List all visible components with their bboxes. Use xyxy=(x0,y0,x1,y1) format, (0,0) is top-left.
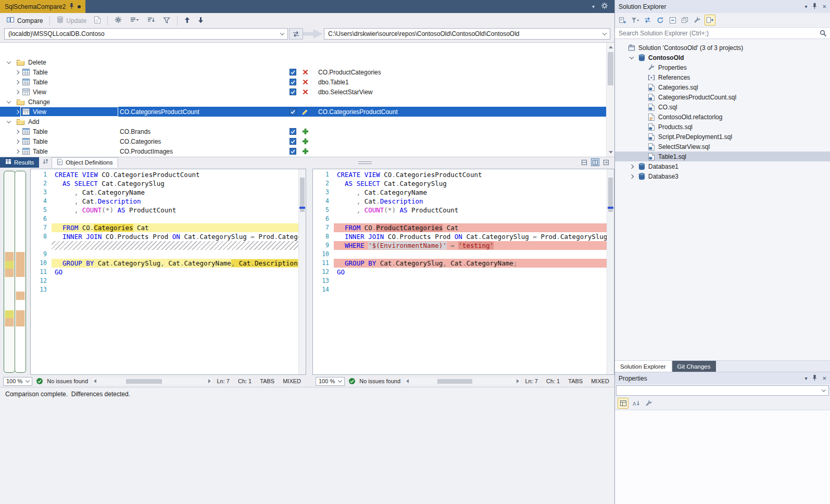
sort-alphabetical-icon[interactable]: A xyxy=(631,398,642,409)
pin-icon[interactable] xyxy=(812,3,817,11)
compare-button[interactable]: Compare xyxy=(3,15,46,27)
tabs-indicator[interactable]: TABS xyxy=(260,378,274,384)
solution-tree[interactable]: Solution 'ContosoOld' (3 of 3 projects)C… xyxy=(615,39,830,360)
solution-explorer-header[interactable]: Solution Explorer ▾ × xyxy=(615,0,830,13)
chevron-down-icon[interactable] xyxy=(628,56,635,59)
chevron-right-icon[interactable] xyxy=(14,140,21,143)
group-row-delete[interactable]: Delete xyxy=(0,57,606,67)
pane-splitter[interactable] xyxy=(306,169,312,376)
preview-selected-items-icon[interactable] xyxy=(705,15,715,26)
include-checkbox[interactable] xyxy=(290,79,296,85)
tree-item-contosoold[interactable]: ContosoOld xyxy=(615,53,830,62)
schema-object-row-dbo-table1[interactable]: Tabledbo.Table1 xyxy=(0,77,606,87)
chevron-down-icon[interactable]: ▾ xyxy=(804,4,807,9)
filter-icon[interactable] xyxy=(630,15,640,26)
target-horizontal-scrollbar[interactable] xyxy=(405,378,521,385)
sort-results-button[interactable] xyxy=(39,157,52,168)
properties-icon[interactable] xyxy=(644,398,655,409)
switch-source-target-button[interactable] xyxy=(289,28,303,40)
schema-object-row-co-productcategories[interactable]: TableCO.ProductCategories xyxy=(0,67,606,77)
zoom-combo[interactable]: 100 % xyxy=(316,377,345,386)
tree-item-contosoold-refactorlog[interactable]: ContosoOld.refactorlog xyxy=(615,112,830,122)
chevron-right-icon[interactable] xyxy=(14,150,21,153)
include-checkbox[interactable] xyxy=(290,148,296,155)
chevron-right-icon[interactable] xyxy=(14,81,21,84)
next-difference-button[interactable] xyxy=(195,15,207,27)
tab-object-definitions[interactable]: Object Definitions xyxy=(52,157,118,168)
categorized-icon[interactable] xyxy=(618,398,628,409)
close-icon[interactable]: × xyxy=(822,374,826,382)
include-checkbox[interactable] xyxy=(290,138,296,145)
include-checkbox[interactable] xyxy=(290,89,296,95)
include-checkbox[interactable] xyxy=(290,108,296,115)
target-pane-scrollbar[interactable] xyxy=(607,169,614,374)
chevron-right-icon[interactable] xyxy=(14,130,21,133)
grid-scrollbar[interactable] xyxy=(606,43,614,157)
tree-item-properties[interactable]: Properties xyxy=(615,62,830,72)
chevron-down-icon[interactable] xyxy=(5,100,12,104)
generate-script-button[interactable] xyxy=(91,15,104,27)
tree-item-script-predeployment1-sql[interactable]: Script.PreDeployment1.sql xyxy=(615,132,830,142)
tab-results[interactable]: Results xyxy=(0,157,39,168)
tree-item-table1-sql[interactable]: Table1.sql xyxy=(615,152,830,161)
schema-object-row-co-productimages[interactable]: TableCO.ProductImages xyxy=(0,146,606,156)
source-definition-pane[interactable]: 1CREATE VIEW CO.CategoriesProductCount2 … xyxy=(30,169,306,375)
diff-overview-map[interactable] xyxy=(0,169,30,376)
encoding-indicator[interactable]: MIXED xyxy=(283,378,301,384)
include-checkbox[interactable] xyxy=(290,69,296,75)
switch-views-icon[interactable] xyxy=(642,15,653,26)
tree-item-database3[interactable]: Database3 xyxy=(615,171,830,181)
sort-button[interactable] xyxy=(144,15,158,27)
tree-item-selectstarview-sql[interactable]: SelectStarView.sql xyxy=(615,142,830,152)
group-row-change[interactable]: Change xyxy=(0,97,606,107)
schema-object-row-co-categoriesproductcount[interactable]: ViewCO.CategoriesProductCountCO.Categori… xyxy=(0,107,606,117)
close-icon[interactable]: × xyxy=(822,3,826,10)
chevron-down-icon[interactable] xyxy=(5,61,12,64)
previous-difference-button[interactable] xyxy=(181,15,193,27)
chevron-down-icon[interactable] xyxy=(5,120,12,123)
group-row-add[interactable]: Add xyxy=(0,117,606,127)
schema-object-row-co-categories[interactable]: TableCO.Categories xyxy=(0,136,606,146)
sync-with-active-document-icon[interactable] xyxy=(617,15,628,26)
refresh-icon[interactable] xyxy=(655,15,665,26)
encoding-indicator[interactable]: MIXED xyxy=(591,378,609,384)
tab-solution-explorer[interactable]: Solution Explorer xyxy=(615,361,671,372)
splitter-grip[interactable] xyxy=(358,161,372,164)
chevron-down-icon[interactable]: ▾ xyxy=(804,375,807,381)
tree-item-categories-sql[interactable]: Categories.sql xyxy=(615,82,830,92)
tree-item-solution-contosoold-3-of-3-projects[interactable]: Solution 'ContosoOld' (3 of 3 projects) xyxy=(615,43,830,53)
window-options-gear-icon[interactable] xyxy=(601,2,608,11)
pin-icon[interactable] xyxy=(812,374,817,383)
chevron-right-icon[interactable] xyxy=(14,71,21,74)
properties-object-combo[interactable] xyxy=(616,385,829,396)
scrollbar-thumb[interactable] xyxy=(608,52,613,85)
tree-item-database1[interactable]: Database1 xyxy=(615,161,830,171)
schema-object-row-co-brands[interactable]: TableCO.Brands xyxy=(0,127,606,136)
tabs-indicator[interactable]: TABS xyxy=(568,378,583,384)
zoom-combo[interactable]: 100 % xyxy=(3,377,32,386)
swap-panes-icon[interactable] xyxy=(602,158,610,166)
options-button[interactable] xyxy=(111,15,125,27)
schema-object-row-dbo-selectstarview[interactable]: Viewdbo.SelectStarView xyxy=(0,87,606,97)
filter-button[interactable] xyxy=(160,15,173,27)
document-tab-sqlschemacompare[interactable]: SqlSchemaCompare2 xyxy=(0,0,85,13)
source-connection-combo[interactable]: (localdb)\MSSQLLocalDB.Contoso xyxy=(4,28,288,40)
tree-item-co-sql[interactable]: CO.sql xyxy=(615,102,830,112)
source-pane-scrollbar[interactable] xyxy=(298,169,306,374)
search-input[interactable] xyxy=(615,28,830,39)
comparison-result-grid[interactable]: DeleteTableCO.ProductCategoriesTabledbo.… xyxy=(0,42,614,157)
target-definition-pane[interactable]: 1CREATE VIEW CO.CategoriesProductCount2 … xyxy=(312,169,614,375)
chevron-right-icon[interactable] xyxy=(628,175,635,178)
display-options-button[interactable] xyxy=(127,15,142,27)
update-button[interactable]: Update xyxy=(54,15,90,27)
search-icon[interactable] xyxy=(820,30,827,39)
pin-icon[interactable] xyxy=(69,3,74,11)
source-horizontal-scrollbar[interactable] xyxy=(92,378,212,385)
scroll-down-icon[interactable] xyxy=(609,151,613,154)
tree-item-products-sql[interactable]: Products.sql xyxy=(615,122,830,132)
show-all-files-icon[interactable] xyxy=(680,15,690,26)
target-connection-combo[interactable]: C:\Users\drskwier\source\repos\ContosoOl… xyxy=(324,28,610,40)
tab-git-changes[interactable]: Git Changes xyxy=(672,361,716,372)
document-list-chevron-icon[interactable]: ▾ xyxy=(592,4,595,9)
horizontal-split-icon[interactable] xyxy=(580,158,588,166)
